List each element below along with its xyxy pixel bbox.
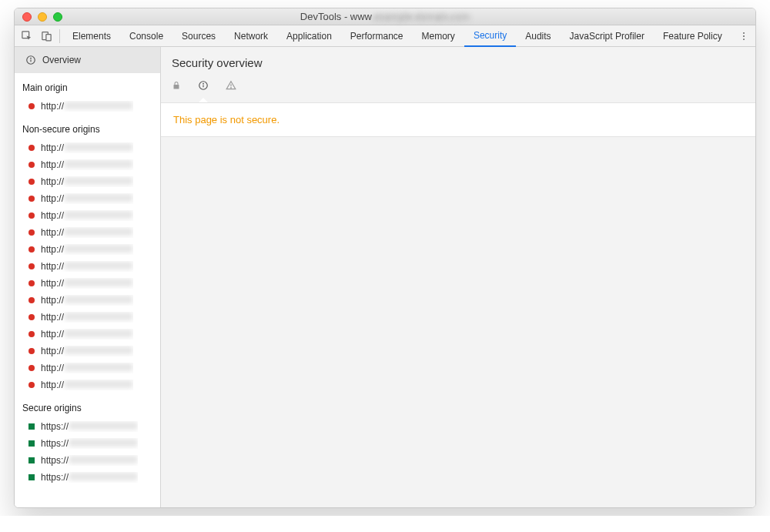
origin-host-redacted <box>64 346 133 354</box>
svg-point-13 <box>231 88 232 89</box>
origin-item-insecure[interactable]: http:// <box>15 309 160 326</box>
origin-protocol: http:// <box>41 227 64 238</box>
inspect-element-icon[interactable] <box>16 26 36 46</box>
insecure-indicator-icon <box>28 179 35 185</box>
origin-protocol: http:// <box>41 244 64 255</box>
origin-protocol: http:// <box>41 101 64 112</box>
insecure-indicator-icon <box>28 365 35 371</box>
insecure-indicator-icon <box>28 246 35 253</box>
origin-protocol: http:// <box>41 346 64 356</box>
tab-audits[interactable]: Audits <box>516 25 560 47</box>
main-panel-empty-area <box>161 137 755 507</box>
insecure-indicator-icon <box>28 331 35 337</box>
origin-item-secure[interactable]: https:// <box>15 469 160 486</box>
origin-protocol: http:// <box>41 363 64 373</box>
tab-console[interactable]: Console <box>120 25 172 47</box>
origin-item-insecure[interactable]: http:// <box>15 275 160 292</box>
origin-item-insecure[interactable]: http:// <box>15 292 160 309</box>
origin-protocol: https:// <box>41 472 69 483</box>
origin-item-secure[interactable]: https:// <box>15 452 160 469</box>
info-state-icon <box>198 80 209 93</box>
sidebar-overview-item[interactable]: Overview <box>15 47 160 73</box>
titlebar: DevTools - www.example-domain.com <box>15 8 755 25</box>
insecure-indicator-icon <box>28 280 35 286</box>
tab-performance[interactable]: Performance <box>341 25 413 47</box>
origin-protocol: http:// <box>41 278 64 289</box>
svg-point-4 <box>743 35 745 37</box>
origin-host-redacted <box>64 330 133 337</box>
section-title-non-secure: Non-secure origins <box>15 115 160 139</box>
origin-protocol: http:// <box>41 329 64 340</box>
tab-javascript-profiler[interactable]: JavaScript Profiler <box>561 25 654 47</box>
svg-rect-2 <box>45 35 50 41</box>
insecure-indicator-icon <box>28 263 35 269</box>
origin-item-insecure[interactable]: http:// <box>15 207 160 224</box>
secure-indicator-icon <box>28 423 35 430</box>
device-toolbar-icon[interactable] <box>36 26 56 46</box>
origin-item-insecure[interactable]: http:// <box>15 98 160 115</box>
tab-memory[interactable]: Memory <box>413 25 464 47</box>
origin-protocol: https:// <box>41 421 69 432</box>
origin-host-redacted <box>64 380 133 388</box>
maximize-window-button[interactable] <box>53 12 62 22</box>
origin-host-redacted <box>69 439 138 447</box>
security-main-panel: Security overview This page is not secur… <box>161 47 755 507</box>
window-title: DevTools - www.example-domain.com <box>15 11 755 22</box>
origin-item-secure[interactable]: https:// <box>15 435 160 452</box>
tab-elements[interactable]: Elements <box>63 25 120 47</box>
origin-protocol: http:// <box>41 176 64 187</box>
origin-host-redacted <box>69 473 138 480</box>
origin-host-redacted <box>69 422 138 430</box>
svg-point-5 <box>743 38 745 40</box>
origin-item-insecure[interactable]: http:// <box>15 376 160 393</box>
insecure-indicator-icon <box>28 382 35 388</box>
tab-security[interactable]: Security <box>464 25 516 47</box>
window-controls <box>15 12 62 22</box>
origin-protocol: http:// <box>41 261 64 272</box>
origin-host-redacted <box>64 279 133 286</box>
origin-protocol: http:// <box>41 142 64 153</box>
origin-protocol: http:// <box>41 312 64 323</box>
origin-protocol: http:// <box>41 193 64 204</box>
insecure-indicator-icon <box>28 212 35 219</box>
origin-item-insecure[interactable]: http:// <box>15 326 160 343</box>
origin-item-insecure[interactable]: http:// <box>15 258 160 275</box>
origin-protocol: https:// <box>41 438 69 449</box>
security-overview-title: Security overview <box>172 56 745 69</box>
minimize-window-button[interactable] <box>38 12 47 22</box>
toolbar-divider <box>59 29 60 43</box>
origin-host-redacted <box>69 456 138 463</box>
origin-item-insecure[interactable]: http:// <box>15 156 160 173</box>
secure-indicator-icon <box>28 474 35 480</box>
svg-point-11 <box>203 83 204 84</box>
origin-host-redacted <box>64 313 133 320</box>
svg-point-3 <box>743 32 745 33</box>
close-window-button[interactable] <box>22 12 32 22</box>
security-state-indicators <box>161 77 755 102</box>
origin-protocol: http:// <box>41 380 64 390</box>
tab-sources[interactable]: Sources <box>172 25 225 47</box>
origin-host-redacted <box>64 177 133 185</box>
origin-host-redacted <box>64 143 133 151</box>
more-options-icon[interactable] <box>734 26 754 46</box>
origin-item-insecure[interactable]: http:// <box>15 190 160 207</box>
security-message: This page is not secure. <box>161 102 755 137</box>
origin-host-redacted <box>64 228 133 236</box>
origin-host-redacted <box>64 194 133 202</box>
origin-item-insecure[interactable]: http:// <box>15 360 160 376</box>
security-sidebar: Overview Main origin http:// Non-secure … <box>15 47 161 507</box>
origin-item-insecure[interactable]: http:// <box>15 173 160 190</box>
main-panel-header: Security overview <box>161 47 755 77</box>
origin-item-insecure[interactable]: http:// <box>15 224 160 241</box>
origin-host-redacted <box>64 160 133 168</box>
origin-item-insecure[interactable]: http:// <box>15 139 160 156</box>
origin-item-secure[interactable]: https:// <box>15 418 160 435</box>
tab-feature-policy[interactable]: Feature Policy <box>654 25 732 47</box>
tab-application[interactable]: Application <box>277 25 341 47</box>
origin-item-insecure[interactable]: http:// <box>15 241 160 258</box>
devtools-window: DevTools - www.example-domain.com Elemen… <box>14 8 756 508</box>
origin-item-insecure[interactable]: http:// <box>15 343 160 360</box>
tab-network[interactable]: Network <box>225 25 277 47</box>
origin-host-redacted <box>64 102 133 109</box>
insecure-indicator-icon <box>28 103 35 109</box>
